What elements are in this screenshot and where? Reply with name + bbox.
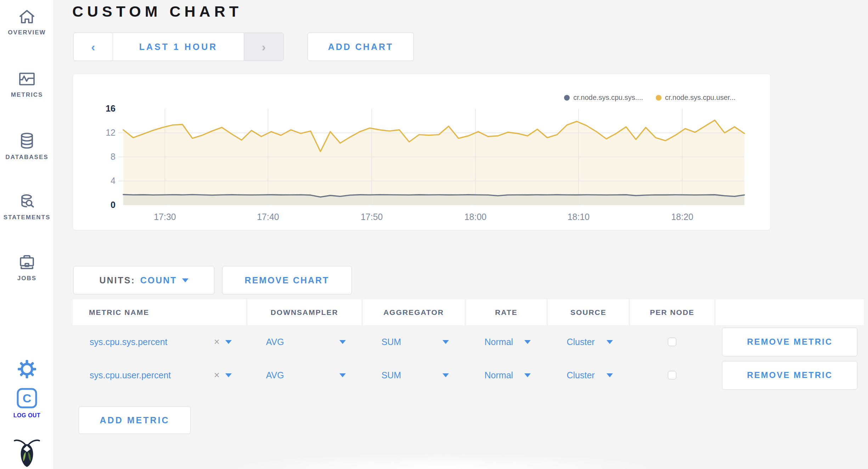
time-range-selector: ‹ LAST 1 HOUR › [73, 33, 284, 61]
sidebar-item-metrics[interactable]: METRICS [0, 70, 54, 98]
svg-text:16: 16 [106, 103, 115, 113]
units-dropdown[interactable]: UNITS: COUNT [73, 266, 214, 294]
remove-chart-button[interactable]: REMOVE CHART [222, 266, 352, 294]
svg-text:12: 12 [106, 128, 115, 137]
aggregator-dropdown[interactable]: SUM [363, 337, 464, 347]
custom-chart-page: OVERVIEW METRICS DATABASES [0, 0, 868, 469]
downsampler-value: AVG [266, 337, 284, 347]
source-dropdown[interactable]: Cluster [548, 370, 629, 380]
svg-text:17:40: 17:40 [257, 212, 279, 222]
sidebar-item-overview[interactable]: OVERVIEW [0, 8, 54, 36]
add-metric-button[interactable]: ADD METRIC [79, 406, 191, 434]
svg-text:4: 4 [111, 176, 115, 186]
logout-c-icon: C [0, 387, 54, 409]
column-header-aggregator: AGGREGATOR [363, 299, 464, 325]
sidebar-item-settings[interactable] [0, 359, 54, 379]
jobs-icon [0, 253, 54, 271]
table-row: sys.cpu.sys.percent × AVG SUM Normal Clu… [73, 325, 864, 358]
chevron-down-icon [225, 340, 232, 344]
sidebar-item-jobs[interactable]: JOBS [0, 253, 54, 282]
column-header-actions [716, 299, 864, 325]
column-header-source: SOURCE [548, 299, 629, 325]
per-node-cell [630, 371, 714, 379]
home-icon [0, 8, 54, 26]
svg-text:17:30: 17:30 [154, 212, 176, 222]
remove-metric-button[interactable]: REMOVE METRIC [722, 361, 857, 390]
time-range-prev-button[interactable]: ‹ [74, 33, 113, 61]
chevron-left-icon: ‹ [91, 41, 95, 53]
time-range-next-button[interactable]: › [244, 33, 283, 61]
rate-dropdown[interactable]: Normal [466, 370, 547, 380]
svg-text:18:10: 18:10 [568, 212, 590, 222]
metric-name-dropdown[interactable]: sys.cpu.user.percent × [73, 370, 246, 381]
aggregator-dropdown[interactable]: SUM [363, 370, 464, 380]
chevron-down-icon [339, 373, 346, 377]
databases-icon [0, 132, 54, 150]
sidebar-item-label: DATABASES [0, 154, 54, 161]
sidebar-item-label: STATEMENTS [0, 214, 54, 221]
downsampler-dropdown[interactable]: AVG [248, 337, 361, 347]
actions-cell: REMOVE METRIC [716, 361, 864, 390]
chevron-down-icon [524, 373, 531, 377]
metrics-table-header: METRIC NAME DOWNSAMPLER AGGREGATOR RATE … [73, 299, 864, 325]
sidebar-item-label: OVERVIEW [0, 29, 54, 36]
statements-icon [0, 192, 54, 210]
svg-text:0: 0 [111, 200, 115, 210]
source-value: Cluster [567, 337, 594, 347]
metrics-table: METRIC NAME DOWNSAMPLER AGGREGATOR RATE … [73, 299, 864, 392]
chevron-down-icon [225, 373, 232, 377]
column-header-metric-name: METRIC NAME [73, 299, 246, 325]
gear-icon [0, 359, 54, 379]
per-node-cell [630, 338, 714, 346]
rate-dropdown[interactable]: Normal [466, 337, 547, 347]
actions-cell: REMOVE METRIC [716, 328, 864, 356]
add-chart-button[interactable]: ADD CHART [308, 33, 414, 61]
column-header-downsampler: DOWNSAMPLER [248, 299, 361, 325]
bottom-scroll-shadow [198, 452, 687, 469]
chevron-down-icon [443, 340, 449, 344]
logout-label: LOG OUT [0, 412, 54, 419]
source-value: Cluster [567, 370, 594, 380]
downsampler-value: AVG [266, 370, 284, 380]
svg-text:8: 8 [111, 152, 115, 162]
chevron-down-icon [607, 340, 613, 344]
downsampler-dropdown[interactable]: AVG [248, 370, 361, 380]
time-range-label[interactable]: LAST 1 HOUR [113, 33, 244, 61]
metric-name-value: sys.cpu.user.percent [90, 370, 171, 380]
per-node-checkbox[interactable] [668, 371, 676, 379]
chevron-down-icon [607, 373, 613, 377]
chart-card: cr.node.sys.cpu.sys.... cr.node.sys.cpu.… [73, 74, 771, 230]
rate-value: Normal [485, 337, 513, 347]
svg-text:17:50: 17:50 [361, 212, 383, 222]
page-title: CUSTOM CHART [72, 3, 242, 20]
column-header-rate: RATE [466, 299, 547, 325]
svg-text:18:00: 18:00 [464, 212, 487, 222]
svg-text:18:20: 18:20 [671, 212, 693, 222]
sidebar-item-statements[interactable]: STATEMENTS [0, 192, 54, 221]
chevron-down-icon [443, 373, 449, 377]
cockroach-logo[interactable] [0, 436, 54, 468]
rate-value: Normal [485, 370, 513, 380]
clear-metric-icon[interactable]: × [214, 337, 220, 347]
units-label: UNITS: [99, 275, 135, 286]
sidebar-item-logout[interactable]: C LOG OUT [0, 387, 54, 419]
source-dropdown[interactable]: Cluster [548, 337, 629, 347]
per-node-checkbox[interactable] [668, 338, 676, 346]
custom-chart-svg[interactable]: 048121617:3017:4017:5018:0018:1018:20 [73, 74, 771, 231]
chevron-right-icon: › [262, 41, 266, 53]
units-value: COUNT [140, 275, 177, 286]
column-header-per-node: PER NODE [630, 299, 714, 325]
chevron-down-icon [182, 278, 188, 282]
metric-name-dropdown[interactable]: sys.cpu.sys.percent × [73, 337, 246, 347]
metrics-icon [0, 70, 54, 88]
sidebar: OVERVIEW METRICS DATABASES [0, 0, 54, 469]
table-row: sys.cpu.user.percent × AVG SUM Normal Cl… [73, 358, 864, 392]
aggregator-value: SUM [382, 370, 401, 380]
remove-metric-button[interactable]: REMOVE METRIC [722, 328, 857, 356]
sidebar-item-label: METRICS [0, 91, 54, 98]
svg-text:C: C [23, 391, 32, 405]
sidebar-item-databases[interactable]: DATABASES [0, 132, 54, 161]
metric-name-value: sys.cpu.sys.percent [90, 337, 168, 347]
aggregator-value: SUM [382, 337, 401, 347]
clear-metric-icon[interactable]: × [214, 370, 220, 381]
